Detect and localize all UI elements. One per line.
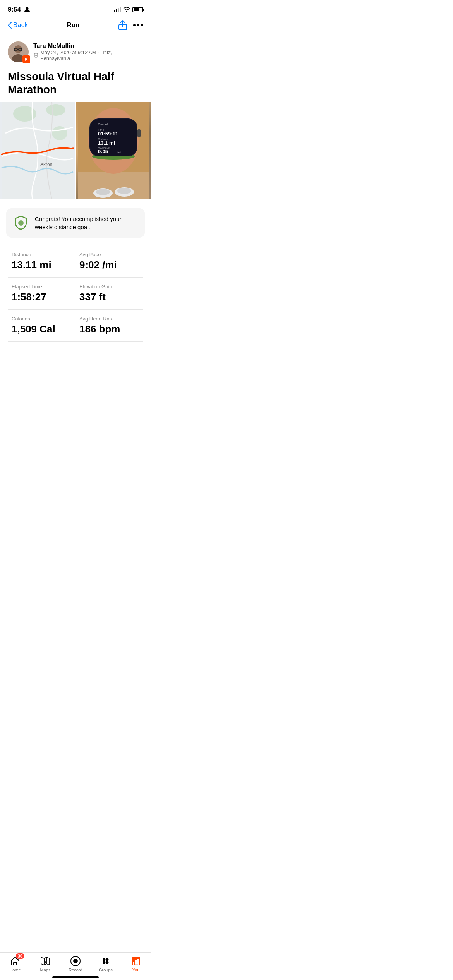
svg-point-41 — [96, 189, 110, 195]
more-icon[interactable] — [133, 24, 143, 27]
stat-label: Avg Pace — [79, 252, 139, 257]
battery-icon — [132, 7, 143, 12]
route-map[interactable]: Akron — [0, 102, 75, 199]
goal-banner: Congrats! You accomplished your weekly d… — [6, 208, 145, 238]
svg-rect-44 — [19, 228, 22, 230]
nav-title: Run — [67, 21, 79, 29]
svg-text:9:05: 9:05 — [98, 149, 108, 154]
stat-value: 1:58:27 — [12, 291, 72, 303]
stat-value: 13.11 mi — [12, 259, 72, 271]
user-meta: May 24, 2020 at 9:12 AM · Lititz, Pennsy… — [33, 50, 143, 61]
stat-label: Distance — [12, 252, 72, 257]
signal-icon — [114, 7, 121, 12]
user-meta-text: May 24, 2020 at 9:12 AM · Lititz, Pennsy… — [40, 50, 143, 61]
images-row: Akron — [0, 102, 151, 205]
run-title: Missoula Virtual Half Marathon — [0, 67, 151, 102]
avatar-badge — [22, 55, 30, 63]
avatar — [8, 41, 29, 62]
svg-rect-22 — [78, 172, 149, 199]
svg-point-42 — [117, 188, 131, 194]
user-section: Tara McMullin May 24, 2020 at 9:12 AM · … — [0, 35, 151, 67]
svg-point-17 — [13, 106, 36, 122]
status-time: 9:54 — [8, 6, 21, 14]
stats-grid: Distance 13.11 mi Avg Pace 9:02 /mi Elap… — [0, 245, 151, 342]
svg-rect-29 — [90, 119, 137, 156]
share-icon[interactable] — [118, 20, 127, 30]
stat-item: Avg Pace 9:02 /mi — [76, 245, 143, 278]
back-button[interactable]: Back — [8, 21, 28, 29]
user-name: Tara McMullin — [33, 43, 143, 50]
svg-text:01:59:11: 01:59:11 — [98, 131, 118, 137]
person-icon — [24, 7, 30, 13]
nav-bar: Back Run — [0, 17, 151, 35]
svg-point-19 — [52, 126, 67, 140]
svg-text:Cancel: Cancel — [98, 123, 108, 126]
stat-label: Avg Heart Rate — [79, 316, 139, 322]
stat-value: 1,509 Cal — [12, 323, 72, 335]
stat-item: Calories 1,509 Cal — [8, 310, 76, 342]
svg-point-2 — [133, 24, 136, 26]
stat-item: Distance 13.11 mi — [8, 245, 76, 278]
stat-value: 337 ft — [79, 291, 139, 303]
svg-point-3 — [137, 24, 139, 26]
goal-icon — [12, 214, 29, 231]
stat-label: Elevation Gain — [79, 284, 139, 290]
watch-photo: Cancel Time 01:59:11 Distance 13.1 mi Av… — [76, 102, 151, 199]
svg-point-4 — [141, 24, 143, 26]
svg-point-43 — [18, 220, 24, 226]
status-bar: 9:54 — [0, 0, 151, 17]
svg-point-18 — [46, 104, 65, 116]
stat-item: Avg Heart Rate 186 bpm — [76, 310, 143, 342]
svg-rect-38 — [137, 129, 141, 137]
svg-marker-11 — [25, 58, 27, 61]
stat-value: 9:02 /mi — [79, 259, 139, 271]
stat-label: Elapsed Time — [12, 284, 72, 290]
stat-item: Elevation Gain 337 ft — [76, 278, 143, 310]
svg-point-6 — [14, 45, 22, 53]
stat-value: 186 bpm — [79, 323, 139, 335]
watch-icon — [33, 53, 39, 58]
stat-label: Calories — [12, 316, 72, 322]
svg-text:/mi: /mi — [117, 151, 121, 154]
stat-item: Elapsed Time 1:58:27 — [8, 278, 76, 310]
svg-text:13.1 mi: 13.1 mi — [98, 140, 115, 146]
back-label: Back — [13, 21, 28, 29]
wifi-icon — [123, 7, 130, 12]
goal-text: Congrats! You accomplished your weekly d… — [35, 215, 139, 231]
svg-text:Akron: Akron — [40, 162, 52, 167]
